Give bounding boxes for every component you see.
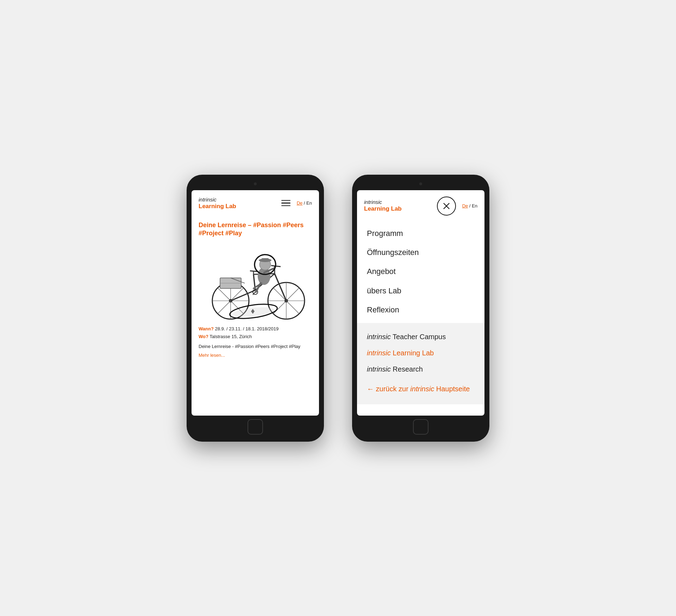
nav-item-teacher-campus[interactable]: intrinsic Teacher Campus	[357, 329, 484, 345]
nav-section-secondary: intrinsic Teacher Campus intrinsic Learn…	[357, 323, 484, 404]
x-icon	[441, 201, 452, 211]
phone-left: intrinsic Learning Lab De / En Deine Ler…	[187, 175, 324, 442]
nav-item-offnungszeiten[interactable]: Öffnungszeiten	[357, 243, 484, 262]
nav-intrinsic-italic-2: intrinsic	[367, 349, 391, 357]
phones-container: intrinsic Learning Lab De / En Deine Ler…	[187, 175, 489, 442]
nav-back-link[interactable]: ← zurück zur intrinsic Hauptseite	[357, 377, 484, 401]
nav-intrinsic-italic-3: intrinsic	[367, 365, 391, 373]
event-wann-row: Wann? 28.9. / 23.11. / 18.1. 2018/2019	[199, 326, 312, 332]
wo-label: Wo?	[199, 334, 208, 339]
nav-intrinsic-italic-1: intrinsic	[367, 333, 391, 341]
bike-illustration	[199, 243, 312, 320]
phone-bottom-bar-left	[192, 421, 319, 433]
svg-line-16	[275, 274, 286, 301]
phone-top-bar-right	[357, 181, 484, 187]
event-wo-row: Wo? Talstrasse 15, Zürich	[199, 334, 312, 340]
nav-item-research[interactable]: intrinsic Research	[357, 361, 484, 377]
phone-screen-right: intrinsic Learning Lab De / En	[357, 190, 484, 416]
logo-block-left: intrinsic Learning Lab	[199, 197, 236, 210]
wann-label: Wann?	[199, 326, 214, 331]
lang-switcher-left[interactable]: De / En	[297, 200, 312, 206]
event-details: Wann? 28.9. / 23.11. / 18.1. 2018/2019 W…	[192, 320, 319, 340]
logo-learning-lab-right: Learning Lab	[364, 205, 402, 212]
screen-header-left: intrinsic Learning Lab De / En	[192, 190, 319, 215]
phone-right: intrinsic Learning Lab De / En	[352, 175, 489, 442]
camera-dot-right	[419, 182, 422, 185]
nav-menu-main: Programm Öffnungszeiten Angebot übers La…	[357, 220, 484, 323]
mehr-lesen-link[interactable]: Mehr lesen...	[192, 350, 319, 365]
close-menu-button[interactable]	[437, 197, 456, 216]
svg-line-12	[231, 290, 255, 301]
lang-en-left[interactable]: En	[306, 200, 312, 206]
nav-item-learning-lab[interactable]: intrinsic Learning Lab	[357, 345, 484, 361]
svg-rect-32	[262, 258, 269, 262]
logo-learning-lab-left: Learning Lab	[199, 203, 236, 210]
logo-intrinsic-left: intrinsic	[199, 197, 236, 203]
phone-top-bar-left	[192, 181, 319, 187]
hero-image-area	[192, 243, 319, 320]
lang-de-left[interactable]: De	[297, 200, 303, 206]
logo-block-right: intrinsic Learning Lab	[364, 199, 402, 212]
nav-intrinsic-italic-back: intrinsic	[410, 385, 434, 393]
lang-switcher-right[interactable]: De / En	[462, 203, 477, 209]
home-button-left[interactable]	[248, 419, 263, 435]
home-button-right[interactable]	[413, 419, 428, 435]
wo-value: Talstrasse 15, Zürich	[209, 334, 252, 339]
nav-item-ubers-lab[interactable]: übers Lab	[357, 281, 484, 300]
phone-screen-left: intrinsic Learning Lab De / En Deine Ler…	[192, 190, 319, 416]
logo-intrinsic-right: intrinsic	[364, 199, 402, 205]
header-right-left: De / En	[281, 200, 312, 206]
screen-header-right: intrinsic Learning Lab De / En	[357, 190, 484, 220]
lang-en-right[interactable]: En	[472, 203, 477, 209]
nav-item-programm[interactable]: Programm	[357, 224, 484, 243]
wann-value: 28.9. / 23.11. / 18.1. 2018/2019	[215, 326, 278, 331]
nav-item-angebot[interactable]: Angebot	[357, 262, 484, 281]
hero-title: Deine Lernreise – #Passion #Peers #Proje…	[192, 215, 319, 243]
nav-item-reflexion[interactable]: Reflexion	[357, 300, 484, 319]
camera-dot-left	[254, 182, 257, 185]
phone-bottom-bar-right	[357, 421, 484, 433]
hamburger-icon[interactable]	[281, 200, 290, 206]
event-description: Deine Lernreise - #Passion #Peers #Proje…	[192, 343, 319, 350]
header-right-right: De / En	[437, 197, 477, 216]
lang-de-right[interactable]: De	[462, 203, 468, 209]
